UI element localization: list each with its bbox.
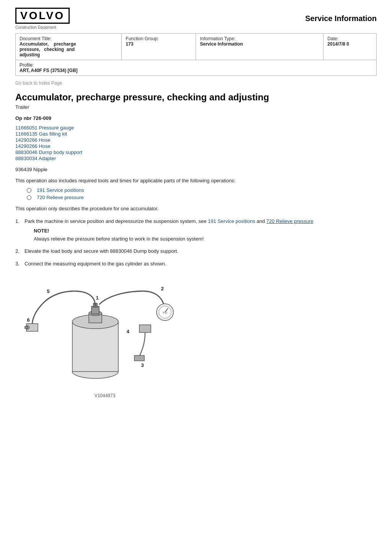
svg-rect-15 (134, 355, 144, 361)
profile-value: ART, A40F FS (37534) [GB] (20, 68, 78, 73)
diagram-area: PSI 1 2 3 (24, 272, 185, 399)
main-title: Accumulator, precharge pressure, checkin… (15, 92, 377, 103)
part-link-1[interactable]: 11666135 Gas filling kit (15, 131, 67, 137)
bullet-icon (27, 195, 31, 200)
step-1: 1. Park the machine in service position … (15, 218, 377, 243)
step-1-link2[interactable]: 720 Relieve pressure (266, 218, 314, 224)
logo-area: VOLVO Construction Equipment (15, 8, 70, 29)
doc-table: Document Title: Accumulator, prechargepr… (15, 33, 377, 76)
profile-cell: Profile: ART, A40F FS (37534) [GB] (16, 60, 377, 76)
svg-text:1: 1 (96, 295, 98, 301)
step-num-1: 1. (15, 218, 24, 226)
list-item: 11666051 Pressure gauge (15, 125, 377, 131)
construction-equipment-label: Construction Equipment (15, 25, 70, 29)
date-label: Date: (327, 36, 338, 41)
step-3: 3. Connect the measuring equipment to th… (15, 260, 377, 403)
step-2-text: Elevate the load body and secure with 88… (24, 248, 178, 254)
parts-list: 11666051 Pressure gauge 11666135 Gas fil… (15, 125, 377, 161)
part-link-5[interactable]: 88830034 Adapter (15, 156, 56, 161)
list-item: 191 Service positions (27, 187, 377, 193)
bullet-link-0[interactable]: 191 Service positions (37, 187, 84, 193)
service-info-title: Service Information (305, 14, 377, 23)
note-text-1: Always relieve the pressure before start… (34, 236, 204, 242)
bullet-icon (27, 188, 31, 193)
list-item: 720 Relieve pressure (27, 195, 377, 200)
header: VOLVO Construction Equipment Service Inf… (15, 8, 377, 29)
step-2: 2. Elevate the load body and secure with… (15, 247, 377, 255)
svg-rect-9 (24, 326, 28, 329)
svg-rect-1 (72, 322, 118, 372)
svg-text:5: 5 (47, 288, 49, 294)
info-type-cell: Information Type: Service Information (196, 34, 323, 60)
svg-rect-14 (139, 325, 151, 332)
svg-text:2: 2 (161, 286, 163, 291)
doc-title-cell: Document Title: Accumulator, prechargepr… (16, 34, 122, 60)
step-num-3: 3. (15, 260, 24, 268)
info-type-value: Service Information (200, 41, 243, 47)
part-link-3[interactable]: 14290266 Hose (15, 143, 51, 149)
info-type-label: Information Type: (200, 36, 235, 41)
bullet-link-1[interactable]: 720 Relieve pressure (37, 195, 84, 200)
nipple-text: 936439 Nipple (15, 167, 377, 172)
op-nbr: Op nbr 726-009 (15, 115, 377, 121)
svg-text:4: 4 (126, 329, 129, 334)
step-num-2: 2. (15, 247, 24, 255)
doc-title-value: Accumulator, prechargepressure, checking… (20, 41, 76, 57)
svg-text:3: 3 (141, 362, 144, 368)
svg-text:PSI: PSI (163, 311, 167, 314)
bullet-list: 191 Service positions 720 Relieve pressu… (27, 187, 377, 200)
doc-title-label: Document Title: (20, 36, 51, 41)
svg-text:6: 6 (27, 317, 29, 323)
part-link-2[interactable]: 14290266 Hose (15, 137, 51, 143)
func-group-label: Function Group: (126, 36, 158, 41)
note-label-1: NOTE! (34, 228, 49, 234)
go-back-link[interactable]: Go back to Index Page (15, 80, 377, 86)
svg-rect-5 (91, 306, 99, 314)
includes-text: This operation also includes required to… (15, 178, 377, 183)
step-1-text-before: Park the machine in service position and… (24, 218, 208, 224)
profile-label: Profile: (20, 62, 34, 68)
part-link-4[interactable]: 88830046 Dump body support (15, 149, 82, 155)
list-item: 11666135 Gas filling kit (15, 131, 377, 137)
func-group-value: 173 (126, 41, 133, 47)
numbered-list: 1. Park the machine in service position … (15, 218, 377, 403)
only-text: This operation only describes the proced… (15, 206, 377, 211)
diagram-caption: V1044973 (24, 392, 185, 399)
step-1-link1[interactable]: 191 Service positions (208, 218, 255, 224)
date-cell: Date: 2014/7/8 0 (323, 34, 377, 60)
diagram-svg: PSI 1 2 3 (24, 272, 185, 391)
list-item: 14290266 Hose (15, 143, 377, 149)
list-item: 88830046 Dump body support (15, 149, 377, 155)
part-link-0[interactable]: 11666051 Pressure gauge (15, 125, 74, 131)
step-1-and: and (255, 218, 266, 224)
subtitle: Trailer (15, 104, 377, 110)
step-3-text: Connect the measuring equipment to the g… (24, 261, 166, 267)
step-1-note: NOTE! Always relieve the pressure before… (34, 227, 313, 243)
volvo-logo: VOLVO (15, 8, 70, 24)
date-value: 2014/7/8 0 (327, 41, 349, 47)
func-group-cell: Function Group: 173 (122, 34, 196, 60)
list-item: 14290266 Hose (15, 137, 377, 143)
list-item: 88830034 Adapter (15, 156, 377, 161)
